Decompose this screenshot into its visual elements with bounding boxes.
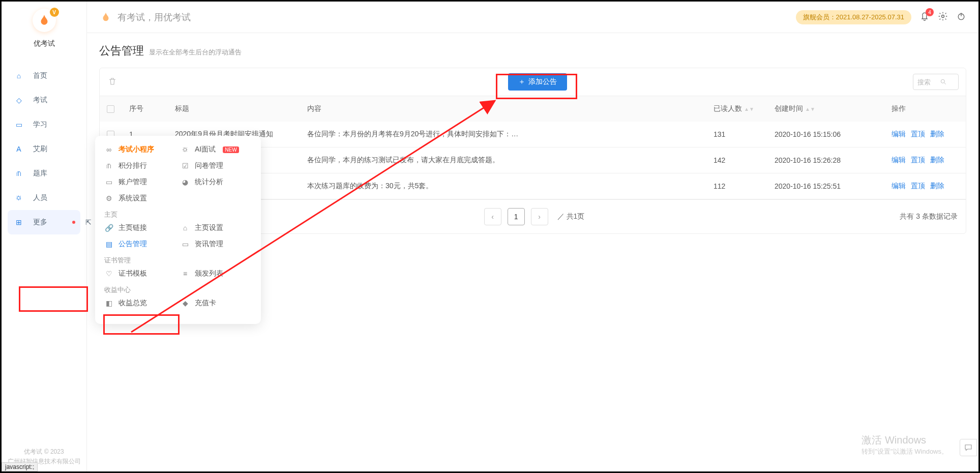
- power-button[interactable]: [956, 11, 966, 23]
- submenu-item[interactable]: ◧收益总览: [104, 299, 175, 308]
- trash-icon: [108, 77, 117, 86]
- page-total: ／ 共1页: [557, 212, 585, 221]
- cell-time: 2020-10-16 15:25:51: [767, 173, 884, 199]
- checkbox-all[interactable]: [107, 105, 114, 113]
- submenu-item[interactable]: ⫙积分排行: [104, 161, 175, 170]
- new-badge: NEW: [223, 146, 239, 153]
- submenu-label: 充值卡: [195, 299, 216, 308]
- delete-selected-button[interactable]: [108, 77, 117, 87]
- submenu-icon: ▭: [104, 178, 113, 187]
- sidebar-item-5[interactable]: ⛭人员: [8, 186, 80, 210]
- col-checkbox: [100, 96, 122, 122]
- search-input[interactable]: [917, 78, 940, 86]
- col-read[interactable]: 已读人数▲▼: [706, 96, 767, 122]
- page-title: 公告管理: [99, 43, 144, 58]
- brand-block: V 优考试: [2, 9, 86, 48]
- page-next-button[interactable]: ›: [531, 208, 548, 225]
- submenu-icon: ≡: [181, 269, 190, 278]
- nav-label: 人员: [33, 193, 47, 202]
- nav-icon: ▭: [14, 120, 24, 130]
- col-content: 内容: [300, 96, 706, 122]
- nav-icon: ◇: [14, 95, 24, 105]
- submenu-item[interactable]: 🔗主页链接: [104, 223, 175, 232]
- nav-icon: A: [14, 144, 24, 154]
- topbar-slogan: 有考试，用优考试: [117, 11, 191, 23]
- sidebar-item-3[interactable]: A艾刷: [8, 137, 80, 161]
- page-number[interactable]: 1: [508, 208, 525, 225]
- nav-label: 题库: [33, 169, 47, 178]
- submenu-icon: ⛭: [181, 145, 190, 154]
- submenu-item[interactable]: ⌂主页设置: [181, 223, 252, 232]
- submenu-item[interactable]: ♡证书模板: [104, 269, 175, 278]
- submenu-label: 收益总览: [118, 299, 147, 308]
- nav-icon: ⊞: [14, 217, 24, 227]
- top-link[interactable]: 置顶: [911, 182, 925, 190]
- submenu-label: 统计分析: [195, 178, 223, 187]
- notifications-button[interactable]: 4: [919, 11, 930, 23]
- add-announcement-button[interactable]: ＋ 添加公告: [508, 73, 567, 91]
- red-dot-icon: [72, 221, 75, 224]
- submenu-item[interactable]: ⚙系统设置: [104, 194, 175, 203]
- sidebar-item-4[interactable]: ⫙题库: [8, 161, 80, 186]
- submenu-section-title: 主页: [104, 210, 252, 219]
- edit-link[interactable]: 编辑: [892, 156, 906, 164]
- cell-time: 2020-10-16 15:15:06: [767, 122, 884, 147]
- submenu-item[interactable]: ≡颁发列表: [181, 269, 252, 278]
- sidebar-item-0[interactable]: ⌂首页: [8, 64, 80, 88]
- gear-icon: [938, 11, 948, 21]
- page-prev-button[interactable]: ‹: [484, 208, 501, 225]
- submenu-item[interactable]: ☑问卷管理: [181, 161, 252, 170]
- submenu-item[interactable]: ∞考试小程序: [104, 145, 175, 154]
- sidebar-item-6[interactable]: ⊞更多⇱: [8, 210, 80, 234]
- brand-logo: V: [33, 9, 56, 32]
- submenu-item[interactable]: ◕统计分析: [181, 178, 252, 187]
- edit-link[interactable]: 编辑: [892, 130, 906, 138]
- sidebar-item-2[interactable]: ▭学习: [8, 112, 80, 137]
- chat-icon: [964, 443, 973, 452]
- add-label: 添加公告: [528, 77, 557, 86]
- submenu-icon: 🔗: [104, 223, 113, 232]
- topbar-right: 旗舰会员：2021.08.27-2025.07.31 4: [796, 10, 966, 24]
- more-submenu: ∞考试小程序⛭AI面试NEW⫙积分排行☑问卷管理▭账户管理◕统计分析⚙系统设置主…: [95, 136, 261, 324]
- cell-read: 142: [706, 147, 767, 173]
- submenu-item[interactable]: ◆充值卡: [181, 299, 252, 308]
- col-seq: 序号: [122, 96, 168, 122]
- submenu-label: 主页设置: [195, 223, 223, 232]
- submenu-item[interactable]: ▭资讯管理: [181, 240, 252, 249]
- nav-label: 考试: [33, 96, 47, 105]
- col-title: 标题: [168, 96, 300, 122]
- col-time[interactable]: 创建时间▲▼: [767, 96, 884, 122]
- feedback-button[interactable]: [960, 439, 977, 456]
- settings-button[interactable]: [938, 11, 948, 23]
- member-badge[interactable]: 旗舰会员：2021.08.27-2025.07.31: [796, 10, 911, 24]
- delete-link[interactable]: 删除: [930, 156, 944, 164]
- nav-icon: ⛭: [14, 193, 24, 203]
- topbar: 有考试，用优考试 旗舰会员：2021.08.27-2025.07.31 4: [87, 2, 978, 33]
- cell-ops: 编辑 置顶 删除: [884, 173, 966, 199]
- edit-link[interactable]: 编辑: [892, 182, 906, 190]
- windows-watermark: 激活 Windows 转到"设置"以激活 Windows。: [862, 433, 948, 456]
- toolbar: ＋ 添加公告: [100, 68, 966, 96]
- delete-link[interactable]: 删除: [930, 130, 944, 138]
- bell-count: 4: [926, 8, 934, 16]
- submenu-section-title: 收益中心: [104, 285, 252, 294]
- cell-read: 112: [706, 173, 767, 199]
- submenu-item[interactable]: ▤公告管理: [104, 240, 175, 249]
- search-box[interactable]: [913, 74, 959, 90]
- logo-icon: [38, 14, 51, 27]
- submenu-item[interactable]: ▭账户管理: [104, 178, 175, 187]
- nav-label: 更多: [33, 218, 47, 227]
- nav: ⌂首页◇考试▭学习A艾刷⫙题库⛭人员⊞更多⇱: [2, 64, 86, 234]
- nav-label: 艾刷: [33, 144, 47, 154]
- delete-link[interactable]: 删除: [930, 182, 944, 190]
- submenu-item[interactable]: ⛭AI面试NEW: [181, 145, 252, 154]
- nav-label: 首页: [33, 71, 47, 80]
- search-icon: [940, 78, 947, 85]
- plus-icon: ＋: [518, 77, 525, 86]
- sidebar-item-1[interactable]: ◇考试: [8, 88, 80, 112]
- submenu-icon: ☑: [181, 161, 190, 170]
- submenu-icon: ▭: [181, 240, 190, 249]
- top-link[interactable]: 置顶: [911, 130, 925, 138]
- top-link[interactable]: 置顶: [911, 156, 925, 164]
- pagination-summary: 共有 3 条数据记录: [900, 212, 958, 221]
